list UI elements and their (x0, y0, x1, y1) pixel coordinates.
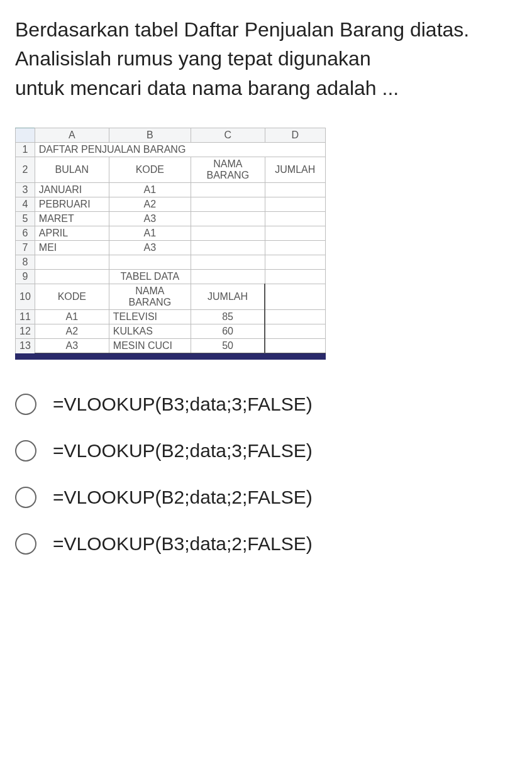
answer-options: =VLOOKUP(B3;data;3;FALSE) =VLOOKUP(B2;da… (15, 394, 517, 555)
col-header-B: B (109, 128, 191, 143)
row-1: 1 DAFTAR PENJUALAN BARANG (16, 143, 326, 157)
col-header-A: A (35, 128, 109, 143)
cell: 60 (191, 324, 265, 339)
radio-icon[interactable] (15, 440, 36, 462)
cell-bulan: BULAN (35, 157, 109, 183)
spreadsheet-table: A B C D 1 DAFTAR PENJUALAN BARANG 2 BULA… (15, 128, 326, 354)
cell (191, 212, 265, 226)
cell (35, 255, 109, 270)
table-row: 7 MEI A3 (16, 241, 326, 255)
row-number: 12 (16, 324, 35, 339)
cell (265, 212, 325, 226)
cell: KULKAS (109, 324, 191, 339)
row-9: 9 TABEL DATA (16, 270, 326, 284)
row-2: 2 BULAN KODE NAMA BARANG JUMLAH (16, 157, 326, 183)
radio-icon[interactable] (15, 394, 36, 415)
cell: MEI (35, 241, 109, 255)
cell (265, 339, 325, 354)
option-4[interactable]: =VLOOKUP(B3;data;2;FALSE) (15, 533, 517, 555)
cell: MESIN CUCI (109, 339, 191, 354)
cell (265, 226, 325, 241)
table-row: 4 PEBRUARI A2 (16, 197, 326, 212)
option-label: =VLOOKUP(B3;data;2;FALSE) (53, 533, 313, 555)
nama-label: NAMA (213, 158, 242, 169)
col-header-C: C (191, 128, 265, 143)
table-row: 6 APRIL A1 (16, 226, 326, 241)
cell: JANUARI (35, 183, 109, 197)
table-row: 5 MARET A3 (16, 212, 326, 226)
barang-label: BARANG (207, 170, 250, 180)
cell (265, 284, 325, 310)
cell (265, 270, 325, 284)
row-number: 11 (16, 310, 35, 324)
col-header-D: D (265, 128, 325, 143)
row-number: 8 (16, 255, 35, 270)
cell (109, 255, 191, 270)
cell: A1 (109, 226, 191, 241)
column-header-row: A B C D (16, 128, 326, 143)
cell-kode2: KODE (35, 284, 109, 310)
cell: A3 (109, 241, 191, 255)
barang-label: BARANG (129, 297, 172, 307)
option-3[interactable]: =VLOOKUP(B2;data;2;FALSE) (15, 487, 517, 508)
row-number: 4 (16, 197, 35, 212)
table-row: 11 A1 TELEVISI 85 (16, 310, 326, 324)
cell: 85 (191, 310, 265, 324)
cell: TELEVISI (109, 310, 191, 324)
cell: MARET (35, 212, 109, 226)
cell: A1 (109, 183, 191, 197)
cell (265, 197, 325, 212)
radio-icon[interactable] (15, 533, 36, 555)
cell (191, 241, 265, 255)
tabel-data-title: TABEL DATA (109, 270, 191, 284)
cell (265, 255, 325, 270)
nama-label: NAMA (135, 285, 164, 296)
row-number: 3 (16, 183, 35, 197)
cell (265, 183, 325, 197)
option-label: =VLOOKUP(B2;data;3;FALSE) (53, 440, 313, 462)
spreadsheet-image: A B C D 1 DAFTAR PENJUALAN BARANG 2 BULA… (15, 128, 326, 360)
cell: 50 (191, 339, 265, 354)
question-line2: untuk mencari data nama barang adalah ..… (15, 77, 399, 99)
row-number: 9 (16, 270, 35, 284)
cell-jumlah2: JUMLAH (191, 284, 265, 310)
option-label: =VLOOKUP(B3;data;3;FALSE) (53, 394, 313, 415)
row-number: 13 (16, 339, 35, 354)
cell (35, 270, 109, 284)
row-number: 2 (16, 157, 35, 183)
cell: APRIL (35, 226, 109, 241)
option-label: =VLOOKUP(B2;data;2;FALSE) (53, 487, 313, 508)
row-number: 5 (16, 212, 35, 226)
row-number: 10 (16, 284, 35, 310)
cell (191, 197, 265, 212)
image-bottom-shadow (15, 353, 326, 360)
cell: A2 (109, 197, 191, 212)
row-8: 8 (16, 255, 326, 270)
row-10: 10 KODE NAMA BARANG JUMLAH (16, 284, 326, 310)
row-number: 1 (16, 143, 35, 157)
question-line1: Berdasarkan tabel Daftar Penjualan Baran… (15, 18, 469, 70)
select-all-corner (16, 128, 35, 143)
cell: PEBRUARI (35, 197, 109, 212)
cell-nama-barang: NAMA BARANG (191, 157, 265, 183)
cell: A3 (109, 212, 191, 226)
table-row: 13 A3 MESIN CUCI 50 (16, 339, 326, 354)
cell: A3 (35, 339, 109, 354)
cell (265, 310, 325, 324)
row-number: 6 (16, 226, 35, 241)
cell (265, 241, 325, 255)
title-cell: DAFTAR PENJUALAN BARANG (35, 143, 325, 157)
cell (265, 324, 325, 339)
question-text: Berdasarkan tabel Daftar Penjualan Baran… (15, 15, 517, 102)
cell: A1 (35, 310, 109, 324)
cell (191, 226, 265, 241)
cell: A2 (35, 324, 109, 339)
option-1[interactable]: =VLOOKUP(B3;data;3;FALSE) (15, 394, 517, 415)
table-row: 12 A2 KULKAS 60 (16, 324, 326, 339)
option-2[interactable]: =VLOOKUP(B2;data;3;FALSE) (15, 440, 517, 462)
radio-icon[interactable] (15, 487, 36, 508)
cell (191, 270, 265, 284)
cell-nama-barang2: NAMA BARANG (109, 284, 191, 310)
cell-kode: KODE (109, 157, 191, 183)
cell (191, 183, 265, 197)
